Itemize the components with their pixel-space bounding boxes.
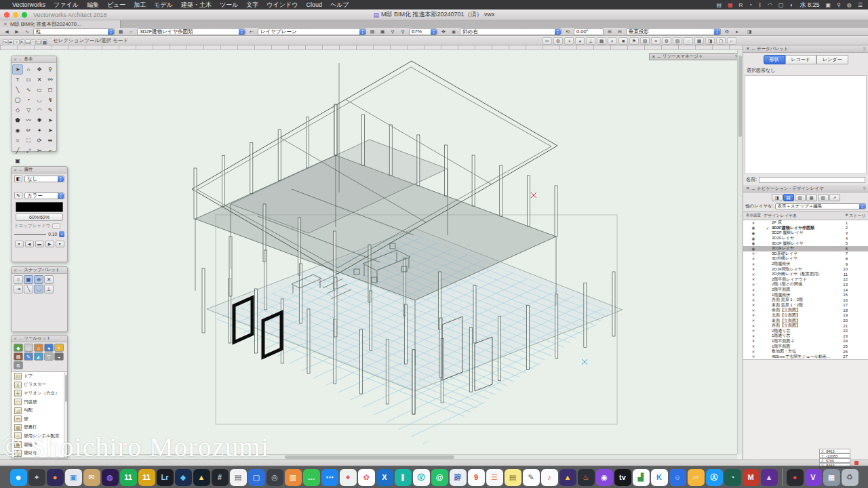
basic-tool-icon[interactable]: 〰	[23, 115, 34, 125]
mode-icon[interactable]: ⇱	[20, 39, 25, 45]
navigation-palette-header[interactable]: ✕ ─ ナビゲーション - デザインレイヤ ?	[743, 185, 868, 192]
menu-utility-icon[interactable]: ▣	[825, 2, 831, 8]
snap-mode-icon[interactable]: ⟂	[44, 285, 54, 293]
menu-item[interactable]: ファイル	[54, 1, 79, 8]
menu-utility-icon[interactable]: ◍	[847, 2, 852, 8]
dock-app-icon[interactable]: ☻	[10, 469, 27, 486]
toolset-tool-item[interactable]: ▯ ピラスター	[12, 381, 67, 390]
layer-visibility-icon[interactable]: ✕	[743, 308, 764, 312]
toolset-tool-item[interactable]: ┼ マリオン（方立）	[12, 389, 67, 398]
utility-tool-icon[interactable]: ✄	[542, 37, 552, 45]
layer-visibility-icon[interactable]: ✕	[743, 267, 764, 271]
utility-tool-icon[interactable]: ⚑	[629, 37, 639, 45]
utility-tool-icon[interactable]: ■	[618, 37, 628, 45]
snap-mode-icon[interactable]: ◡	[34, 285, 43, 293]
palette-close-icon[interactable]: ✕	[14, 57, 17, 62]
dock-app-icon[interactable]: ●	[787, 469, 804, 486]
stepper-icon[interactable]	[58, 193, 64, 199]
dock-app-icon[interactable]: ▱	[688, 469, 705, 486]
dock-app-icon[interactable]: ☰	[486, 469, 503, 486]
stepper-icon[interactable]	[714, 29, 720, 35]
dock-app-icon[interactable]: ⌖	[340, 469, 357, 486]
basic-tool-icon[interactable]: ∿	[23, 85, 34, 95]
dock-app-icon[interactable]: Ⓐ	[706, 469, 723, 486]
menu-utility-icon[interactable]: ☰	[858, 2, 863, 8]
utility-tool-icon[interactable]: ▨	[640, 37, 650, 45]
palette-close-icon[interactable]: ✕	[14, 268, 17, 272]
utility-tool-icon[interactable]: ◐	[608, 37, 617, 45]
print-icon[interactable]: ▤	[368, 28, 376, 35]
layer-visibility-icon[interactable]: ✕	[743, 293, 764, 297]
layer-visibility-icon[interactable]: ✕	[743, 221, 764, 225]
utility-tool-icon[interactable]: ▦	[597, 37, 606, 45]
data-palette-tab[interactable]: レンダー	[816, 55, 848, 64]
utility-tool-icon[interactable]: ◨	[705, 37, 715, 45]
layer-visibility-icon[interactable]: ✕	[743, 257, 764, 261]
layer-options-icon[interactable]: ⇠	[248, 28, 256, 35]
active-class-dropdown[interactable]: 柱	[33, 28, 115, 35]
palette-close-icon[interactable]: ✕	[746, 46, 749, 52]
object-name-input[interactable]	[759, 177, 865, 183]
palette-close-icon[interactable]: ✕	[746, 186, 749, 191]
basic-tool-icon[interactable]: ⤢	[23, 146, 34, 156]
navigation-tab-icon[interactable]: ↗	[829, 194, 840, 201]
fill-style-dropdown[interactable]: なし	[24, 176, 64, 182]
menu-item[interactable]: Cloud	[306, 1, 322, 8]
basic-tool-icon[interactable]: ⟳	[34, 136, 45, 146]
layer-visibility-icon[interactable]: ✕	[743, 272, 764, 277]
scrollbar-thumb[interactable]	[285, 455, 454, 459]
basic-tool-icon[interactable]: ⌗	[12, 136, 23, 146]
dock-app-icon[interactable]: ▥	[285, 469, 302, 486]
basic-tool-icon[interactable]: ◉	[12, 125, 23, 136]
utility-tool-icon[interactable]: ▦	[694, 37, 704, 45]
dock-app-icon[interactable]: 辞	[450, 469, 467, 486]
projection-dropdown[interactable]: 垂直投影	[626, 28, 721, 35]
toolset-category-icon[interactable]: ⚙	[14, 361, 23, 369]
toolset-category-icon[interactable]: ●	[44, 344, 54, 352]
dock-app-icon[interactable]: ▢	[248, 469, 265, 486]
basic-tool-icon[interactable]: ⛶	[23, 136, 34, 146]
stepper-icon[interactable]	[859, 204, 865, 209]
layer-visibility-icon[interactable]: ✕	[743, 262, 764, 266]
menu-item[interactable]: ツール	[220, 1, 238, 8]
snap-mode-icon[interactable]: ✕	[44, 275, 54, 284]
zoom-level-dropdown[interactable]: 67%	[409, 28, 437, 35]
minimize-window-button[interactable]	[13, 12, 18, 18]
stepper-icon[interactable]	[108, 29, 114, 35]
saved-view-icon[interactable]: ∿	[23, 28, 31, 35]
attribute-nav-button[interactable]: ◀	[25, 241, 34, 247]
toolset-category-icon[interactable]: ✧	[54, 344, 64, 352]
snap-mode-icon[interactable]: ▣	[24, 275, 33, 284]
close-window-button[interactable]	[4, 12, 9, 18]
document-tab[interactable]: ✕ M邸 BIM化 推進本部2024070...	[0, 20, 121, 28]
opacity-button[interactable]: 60%/60%	[16, 214, 63, 221]
layer-visibility-icon[interactable]: ✕	[743, 329, 764, 333]
basic-tool-icon[interactable]: ✎	[45, 105, 56, 115]
stepper-icon[interactable]	[239, 29, 245, 35]
dock-app-icon[interactable]: ✎	[523, 469, 540, 486]
layer-visibility-icon[interactable]: ✕	[743, 298, 764, 302]
utility-tool-icon[interactable]: ◌	[684, 37, 693, 45]
active-layer-dropdown[interactable]: 3D2F建物レイヤ作図類	[137, 28, 245, 35]
dock-app-icon[interactable]: ☺	[669, 469, 686, 486]
dock-app-icon[interactable]: tv	[614, 469, 631, 486]
dock-app-icon[interactable]: ◍	[102, 469, 119, 486]
utility-tool-icon[interactable]: ⊥	[586, 37, 595, 45]
basic-tool-icon[interactable]: ✦	[34, 125, 45, 136]
utility-tool-icon[interactable]: ▢	[716, 37, 726, 45]
palette-collapse-icon[interactable]: ─	[751, 186, 755, 191]
basic-tool-icon[interactable]: ✱	[34, 115, 45, 125]
menu-status-icon[interactable]: ᛒ	[758, 2, 762, 8]
scrollbar-thumb[interactable]	[738, 56, 742, 137]
basic-tool-icon[interactable]: ➤	[45, 115, 56, 125]
attribute-nav-button[interactable]: ▶	[45, 241, 54, 247]
toolset-category-icon[interactable]: ◭	[34, 352, 43, 361]
snap-mode-icon[interactable]: ╲	[24, 285, 33, 293]
menu-item[interactable]: 編集	[87, 1, 99, 8]
layer-visibility-icon[interactable]: ✕	[743, 339, 764, 343]
basic-tool-icon[interactable]: ⬟	[12, 115, 23, 125]
dock-app-icon[interactable]: V	[805, 469, 822, 486]
menu-item[interactable]: 加工	[134, 1, 146, 8]
menu-item[interactable]: 文字	[246, 1, 258, 8]
palette-collapse-icon[interactable]: ─	[19, 168, 22, 172]
